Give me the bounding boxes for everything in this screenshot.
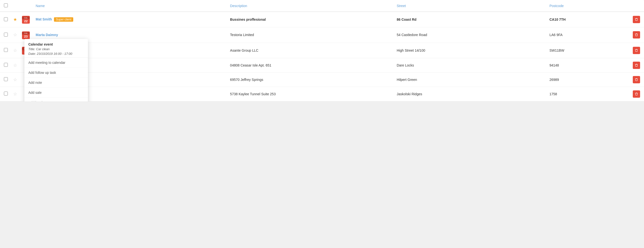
cell-street-5: Jaskolski Ridges — [393, 87, 546, 101]
delete-button-3[interactable] — [633, 62, 640, 69]
description-text-1: Testoria Limited — [230, 33, 254, 37]
postcode-text-5: 1758 — [550, 92, 557, 96]
row-checkbox-1[interactable] — [4, 33, 8, 36]
cell-action-4 — [629, 72, 644, 87]
street-text-2: High Street 14/100 — [397, 48, 425, 52]
cell-postcode-3: 94148 — [546, 58, 629, 72]
cell-description-5: 5738 Kaylee Tunnel Suite 253 — [226, 87, 393, 101]
row-checkbox-0[interactable] — [4, 17, 8, 21]
cell-postcode-1: LA6 9FA — [546, 27, 629, 43]
cell-description-2: Asante Group LLC — [226, 43, 393, 58]
header-cal-col — [21, 0, 32, 12]
delete-button-5[interactable] — [633, 90, 640, 98]
street-text-5: Jaskolski Ridges — [397, 92, 422, 96]
cell-description-3: 04808 Ceasar Isle Apt. 651 — [226, 58, 393, 72]
street-text-3: Dare Locks — [397, 63, 414, 67]
cell-postcode-4: 26989 — [546, 72, 629, 87]
cell-description-1: Testoria Limited — [226, 27, 393, 43]
delete-button-0[interactable] — [633, 16, 640, 23]
cell-action-2 — [629, 43, 644, 58]
header-description: Description — [226, 0, 393, 12]
postcode-text-4: 26989 — [550, 78, 559, 82]
cell-action-3 — [629, 58, 644, 72]
cell-action-5 — [629, 87, 644, 101]
description-text-4: 69570 Jeffrey Springs — [230, 78, 263, 82]
row-checkbox-2[interactable] — [4, 48, 8, 52]
popup-header: Calendar event Title: Car clean Date: 23… — [24, 39, 88, 58]
header-action — [629, 0, 644, 12]
cell-street-0: 86 Coast Rd — [393, 12, 546, 27]
cell-street-4: Hilpert Green — [393, 72, 546, 87]
street-text-1: 54 Castledore Road — [397, 33, 427, 37]
popup-event-date: Date: 23/10/2019 16:00 - 17:00 — [28, 52, 84, 56]
popup-menu-item-2[interactable]: Add note — [24, 78, 88, 88]
star-icon-0[interactable]: ★ — [13, 17, 17, 22]
table-row: ☆CAL23Marta DaimnyTestoria Limited54 Cas… — [0, 27, 644, 43]
cell-street-1: 54 Castledore Road — [393, 27, 546, 43]
select-all-checkbox[interactable] — [4, 3, 8, 7]
header-checkbox-col — [0, 0, 12, 12]
delete-button-2[interactable] — [633, 47, 640, 54]
description-text-5: 5738 Kaylee Tunnel Suite 253 — [230, 92, 276, 96]
row-checkbox-4[interactable] — [4, 77, 8, 81]
header-postcode: Postcode — [546, 0, 629, 12]
calendar-icon-0[interactable]: CAL22 — [22, 16, 30, 24]
table-row: ☆CAL23Martin KowalskyVIPAsante Group LLC… — [0, 43, 644, 58]
header-street: Street — [393, 0, 546, 12]
street-text-0: 86 Coast Rd — [397, 17, 416, 21]
star-icon-4[interactable]: ☆ — [13, 77, 17, 82]
star-icon-5[interactable]: ☆ — [13, 92, 17, 97]
popup-menu: Add meeting to calendarAdd follow up tas… — [24, 58, 88, 101]
contacts-table: Name Description Street Postcode ★CAL22M… — [0, 0, 644, 101]
header-star-col — [12, 0, 21, 12]
cell-street-3: Dare Locks — [393, 58, 546, 72]
star-icon-3[interactable]: ☆ — [13, 63, 17, 68]
description-text-2: Asante Group LLC — [230, 48, 258, 52]
calendar-event-popup: Calendar event Title: Car clean Date: 23… — [24, 39, 88, 101]
cell-postcode-5: 1758 — [546, 87, 629, 101]
table-row: ★CAL22Mat SmithSuper clientBussines prof… — [0, 12, 644, 27]
contacts-table-container: Name Description Street Postcode ★CAL22M… — [0, 0, 644, 101]
postcode-text-3: 94148 — [550, 63, 559, 67]
popup-menu-item-1[interactable]: Add follow up task — [24, 68, 88, 78]
description-text-0: Bussines proffesional — [230, 17, 266, 21]
postcode-text-0: CA10 7TH — [550, 17, 566, 21]
cell-action-1 — [629, 27, 644, 43]
star-icon-1[interactable]: ☆ — [13, 32, 17, 37]
popup-title: Calendar event — [28, 42, 84, 46]
table-row: ☆tag2tag369570 Jeffrey SpringsHilpert Gr… — [0, 72, 644, 87]
cell-action-0 — [629, 12, 644, 27]
header-name: Name — [32, 0, 226, 12]
popup-menu-item-3[interactable]: Add sale — [24, 88, 88, 98]
delete-button-1[interactable] — [633, 31, 640, 38]
cell-postcode-0: CA10 7TH — [546, 12, 629, 27]
cell-description-4: 69570 Jeffrey Springs — [226, 72, 393, 87]
cell-name-0: Mat SmithSuper client — [32, 12, 226, 27]
star-icon-2[interactable]: ☆ — [13, 48, 17, 53]
delete-button-4[interactable] — [633, 76, 640, 83]
street-text-4: Hilpert Green — [397, 78, 417, 82]
description-text-3: 04808 Ceasar Isle Apt. 651 — [230, 63, 271, 67]
client-badge-0: Super client — [54, 17, 73, 22]
cell-street-2: High Street 14/100 — [393, 43, 546, 58]
table-row: ☆04808 Ceasar Isle Apt. 651Dare Locks941… — [0, 58, 644, 72]
postcode-text-2: SW11BW — [550, 48, 564, 52]
calendar-icon-1[interactable]: CAL23 — [22, 31, 30, 39]
row-checkbox-5[interactable] — [4, 92, 8, 96]
client-name-link-0[interactable]: Mat Smith — [36, 17, 52, 21]
popup-menu-item-0[interactable]: Add meeting to calendar — [24, 58, 88, 68]
table-row: ☆5738 Kaylee Tunnel Suite 253Jaskolski R… — [0, 87, 644, 101]
cell-postcode-2: SW11BW — [546, 43, 629, 58]
client-name-link-1[interactable]: Marta Daimny — [36, 33, 58, 37]
popup-menu-item-4[interactable]: Add invoice — [24, 98, 88, 101]
postcode-text-1: LA6 9FA — [550, 33, 563, 37]
popup-event-title: Title: Car clean — [28, 47, 84, 51]
cell-description-0: Bussines proffesional — [226, 12, 393, 27]
row-checkbox-3[interactable] — [4, 63, 8, 67]
